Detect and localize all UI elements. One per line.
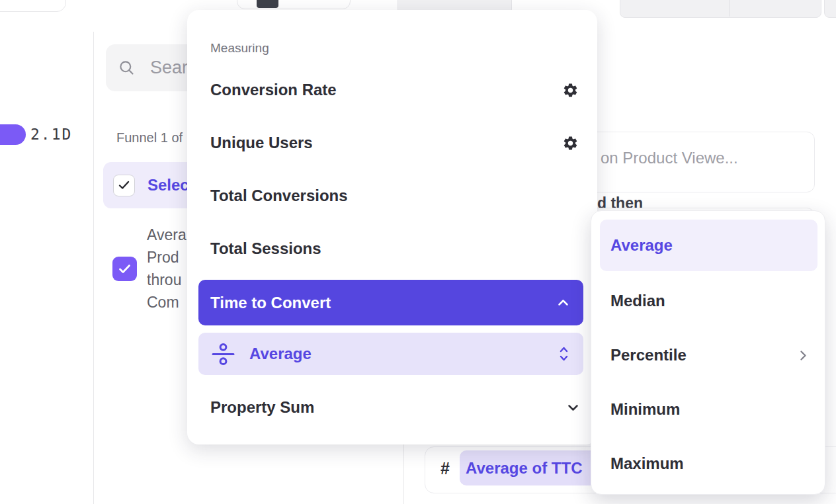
- duration-badge-label: 2.1D: [30, 126, 72, 143]
- agg-item-percentile[interactable]: Percentile: [600, 339, 817, 371]
- chevron-up-icon: [558, 299, 569, 306]
- average-icon: [212, 343, 235, 366]
- segmented-divider: [729, 0, 730, 17]
- funnel-counter-label: Funnel 1 of: [116, 130, 183, 146]
- menu-item-time-to-convert[interactable]: Time to Convert: [198, 280, 583, 325]
- gear-icon[interactable]: [562, 135, 579, 151]
- top-right-segmented-fragment: [620, 0, 821, 18]
- agg-item-median[interactable]: Median: [600, 285, 817, 317]
- menu-section-title: Measuring: [210, 41, 269, 56]
- funnel-step-checkbox[interactable]: [112, 257, 137, 281]
- top-toolbar-fragment: [237, 0, 351, 9]
- measuring-dropdown-panel: Measuring Conversion Rate Unique Users T…: [187, 10, 597, 444]
- chevron-down-icon: [567, 404, 579, 411]
- event-card-label: on Product Viewe...: [601, 149, 738, 167]
- agg-item-minimum[interactable]: Minimum: [600, 394, 817, 425]
- search-icon: [118, 59, 136, 77]
- menu-item-conversion-rate[interactable]: Conversion Rate: [187, 74, 597, 106]
- gear-icon[interactable]: [562, 82, 579, 99]
- menu-item-ttc-average[interactable]: Average: [198, 333, 583, 375]
- top-far-right-fragment: [824, 0, 836, 18]
- left-pane-divider: [93, 32, 94, 504]
- menu-item-total-sessions[interactable]: Total Sessions: [187, 233, 597, 265]
- agg-item-average[interactable]: Average: [600, 220, 817, 271]
- metric-prefix: #: [440, 459, 450, 478]
- funnel-step-description: Avera Prod throu Com: [147, 224, 188, 314]
- menu-item-property-sum[interactable]: Property Sum: [187, 392, 597, 423]
- mid-pane-divider: [403, 444, 404, 504]
- top-left-card-fragment: [0, 0, 66, 12]
- menu-item-total-conversions[interactable]: Total Conversions: [187, 180, 597, 212]
- metric-selector-button[interactable]: Average of TTC: [460, 450, 603, 485]
- chevron-right-icon: [800, 350, 807, 361]
- toolbar-logo-fragment: [257, 0, 278, 8]
- search-placeholder: Sear: [150, 58, 188, 78]
- menu-item-unique-users[interactable]: Unique Users: [187, 127, 597, 159]
- app-canvas: Sear 2.1D Funnel 1 of Select Avera Prod …: [0, 0, 836, 504]
- duration-badge: [0, 124, 26, 145]
- checkbox-checked[interactable]: [113, 175, 135, 196]
- unfold-icon: [559, 346, 569, 362]
- metric-selector-label: Average of TTC: [466, 459, 582, 478]
- aggregation-dropdown-panel: Average Median Percentile Minimum Maximu…: [591, 210, 825, 495]
- agg-item-maximum[interactable]: Maximum: [600, 448, 817, 480]
